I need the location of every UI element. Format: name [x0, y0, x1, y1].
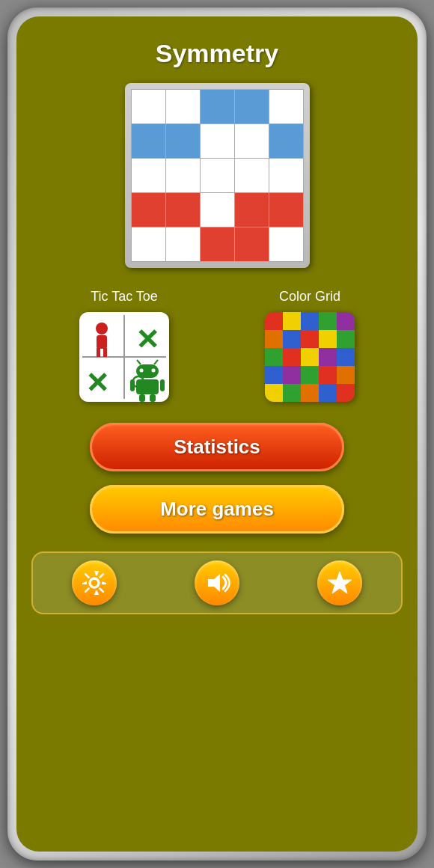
color-cell: [283, 384, 301, 402]
color-grid-item[interactable]: Color Grid: [265, 289, 355, 402]
color-cell: [301, 384, 319, 402]
grid-cell: [200, 159, 234, 193]
grid-cell: [131, 193, 165, 227]
svg-marker-22: [208, 574, 220, 592]
sound-icon: [204, 569, 230, 596]
svg-rect-4: [97, 335, 107, 349]
color-cell: [283, 330, 301, 348]
statistics-button[interactable]: Statistics: [90, 423, 344, 471]
grid-cell: [131, 159, 165, 193]
color-cell: [337, 312, 355, 330]
bottom-toolbar: [31, 551, 403, 614]
svg-point-14: [152, 369, 156, 373]
tic-tac-toe-item[interactable]: Tic Tac Toe: [79, 289, 169, 402]
color-grid-icon[interactable]: [265, 312, 355, 402]
color-cell: [283, 312, 301, 330]
color-cell: [301, 366, 319, 384]
color-cell: [337, 348, 355, 366]
svg-rect-6: [103, 348, 107, 357]
color-cell: [319, 330, 337, 348]
grid-cell: [269, 90, 303, 124]
grid-cell: [234, 159, 269, 193]
grid-cell: [269, 124, 303, 159]
grid-cell: [165, 227, 200, 262]
svg-rect-15: [136, 379, 159, 394]
symmetry-grid: [125, 83, 310, 268]
color-cell: [301, 348, 319, 366]
svg-marker-23: [328, 572, 352, 593]
color-grid-label: Color Grid: [279, 289, 340, 305]
grid-cell: [200, 124, 234, 159]
grid-cell: [269, 227, 303, 262]
sound-button[interactable]: [195, 560, 239, 605]
svg-rect-19: [150, 394, 156, 402]
color-cell: [265, 312, 283, 330]
favorites-icon: [326, 569, 353, 596]
svg-point-13: [140, 369, 144, 373]
svg-rect-5: [97, 348, 100, 357]
svg-rect-12: [136, 364, 159, 378]
grid-cell: [234, 193, 269, 227]
grid-cell: [200, 90, 234, 124]
phone-frame: Symmetry Tic Tac Toe: [7, 7, 427, 861]
more-games-button[interactable]: More games: [90, 485, 344, 534]
color-cell: [319, 312, 337, 330]
favorites-button[interactable]: [317, 560, 362, 605]
grid-cell: [234, 124, 269, 159]
svg-text:✕: ✕: [85, 367, 109, 399]
grid-cell: [131, 227, 165, 262]
app-title: Symmetry: [156, 39, 278, 68]
color-cell: [337, 330, 355, 348]
svg-text:✕: ✕: [135, 324, 159, 355]
color-cell: [301, 312, 319, 330]
settings-icon: [81, 569, 108, 596]
svg-point-3: [96, 323, 108, 334]
svg-rect-17: [160, 379, 165, 391]
color-cell: [319, 348, 337, 366]
games-section: Tic Tac Toe: [31, 289, 403, 402]
color-cell: [319, 366, 337, 384]
color-cell: [265, 330, 283, 348]
color-cell: [283, 348, 301, 366]
grid-cell: [200, 227, 234, 262]
grid-cell: [200, 193, 234, 227]
settings-button[interactable]: [72, 560, 117, 605]
app-background: Symmetry Tic Tac Toe: [16, 16, 418, 852]
svg-point-21: [90, 578, 99, 587]
grid-cell: [165, 90, 200, 124]
grid-cell: [165, 193, 200, 227]
grid-cell: [131, 90, 165, 124]
grid-cell: [234, 227, 269, 262]
grid-cell: [234, 90, 269, 124]
grid-cell: [131, 124, 165, 159]
tic-tac-toe-label: Tic Tac Toe: [91, 289, 158, 305]
color-cell: [319, 384, 337, 402]
color-cell: [265, 366, 283, 384]
color-cell: [265, 384, 283, 402]
grid-cell: [269, 159, 303, 193]
grid-cell: [269, 193, 303, 227]
grid-cell: [165, 159, 200, 193]
svg-rect-18: [139, 394, 145, 402]
color-cell: [337, 384, 355, 402]
tic-tac-toe-icon[interactable]: ✕ ✕ ○: [79, 312, 169, 402]
svg-rect-16: [130, 379, 135, 391]
grid-table: [131, 89, 304, 262]
color-cell: [283, 366, 301, 384]
grid-cell: [165, 124, 200, 159]
color-cell: [265, 348, 283, 366]
color-cell: [301, 330, 319, 348]
color-cell: [337, 366, 355, 384]
